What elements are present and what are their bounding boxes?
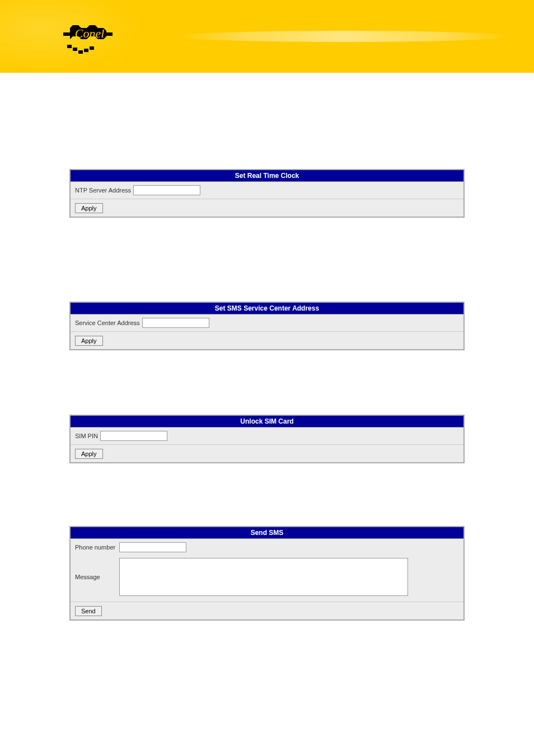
rtc-panel-footer: Apply (71, 199, 463, 217)
smsc-panel-footer: Apply (71, 332, 463, 349)
svg-rect-4 (90, 46, 94, 50)
send-sms-panel-footer: Send (71, 602, 463, 619)
rtc-apply-button[interactable]: Apply (75, 203, 103, 213)
rtc-panel-title: Set Real Time Clock (71, 170, 463, 182)
service-center-label: Service Center Address (75, 320, 140, 326)
brand-logo: Conel (20, 14, 143, 58)
sim-panel-title: Unlock SIM Card (71, 416, 463, 428)
send-sms-panel-title: Send SMS (71, 527, 463, 539)
send-button[interactable]: Send (75, 606, 102, 616)
smsc-apply-button[interactable]: Apply (75, 336, 103, 346)
sim-pin-input[interactable] (100, 431, 167, 441)
svg-rect-1 (73, 48, 77, 51)
svg-text:Conel: Conel (75, 26, 105, 40)
smsc-panel-title: Set SMS Service Center Address (71, 303, 463, 314)
sim-apply-button[interactable]: Apply (75, 449, 103, 459)
svg-rect-5 (63, 32, 73, 36)
ntp-server-label: NTP Server Address (75, 187, 131, 194)
sim-panel-body: SIM PIN (71, 428, 463, 445)
message-label: Message (75, 574, 117, 580)
sim-panel-footer: Apply (71, 445, 463, 462)
sim-pin-label: SIM PIN (75, 433, 98, 439)
header-divider-decoration (176, 31, 512, 42)
sim-panel: Unlock SIM Card SIM PIN Apply (69, 415, 465, 463)
smsc-panel: Set SMS Service Center Address Service C… (69, 302, 465, 350)
rtc-panel: Set Real Time Clock NTP Server Address A… (69, 169, 465, 218)
svg-rect-3 (84, 49, 88, 52)
svg-rect-0 (67, 45, 72, 48)
smsc-panel-body: Service Center Address (71, 314, 463, 332)
send-sms-panel: Send SMS Phone number Message Send (69, 526, 465, 621)
svg-rect-2 (78, 50, 83, 54)
send-sms-panel-body: Phone number Message (71, 539, 463, 602)
phone-number-input[interactable] (119, 542, 186, 552)
ntp-server-input[interactable] (133, 185, 200, 195)
message-textarea[interactable] (119, 558, 408, 596)
header-banner: Conel (0, 0, 534, 73)
service-center-input[interactable] (142, 318, 209, 328)
phone-number-label: Phone number (75, 544, 117, 551)
rtc-panel-body: NTP Server Address (71, 182, 463, 199)
